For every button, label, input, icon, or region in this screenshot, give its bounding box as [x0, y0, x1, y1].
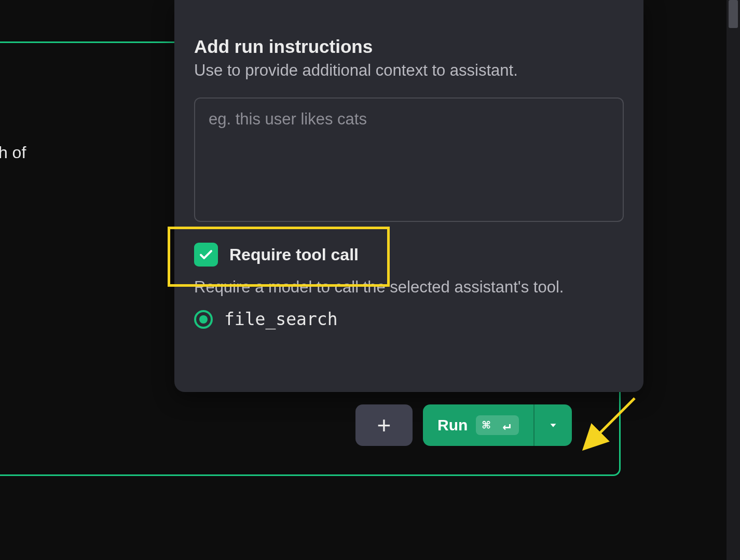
check-icon [198, 247, 214, 262]
require-tool-row[interactable]: Require tool call [194, 243, 624, 267]
run-shortcut-badge: ⌘ ↵ [476, 415, 519, 435]
tool-option-label: file_search [224, 309, 338, 329]
popover-subtitle: Use to provide additional context to ass… [194, 61, 624, 80]
tool-option-radio[interactable] [194, 310, 213, 329]
popover-title: Add run instructions [194, 36, 624, 57]
tool-option-row[interactable]: file_search [194, 309, 624, 329]
require-tool-checkbox[interactable] [194, 243, 218, 267]
run-button-group: Run ⌘ ↵ [423, 404, 572, 446]
run-instructions-popover: Add run instructions Use to provide addi… [174, 0, 643, 392]
add-button[interactable]: + [355, 404, 413, 446]
scrollbar-thumb[interactable] [729, 0, 738, 28]
action-bar: + Run ⌘ ↵ [355, 404, 572, 446]
caret-down-icon [547, 419, 559, 431]
require-tool-description: Require a model to call the selected ass… [194, 278, 624, 297]
require-tool-label: Require tool call [229, 245, 359, 264]
instructions-textarea[interactable] [194, 97, 624, 222]
radio-dot-icon [199, 315, 208, 324]
message-text-fragment: g price on 18th of [0, 143, 26, 162]
plus-icon: + [377, 411, 391, 439]
run-button[interactable]: Run ⌘ ↵ [423, 404, 533, 446]
run-dropdown-button[interactable] [533, 404, 572, 446]
scrollbar-track[interactable] [727, 0, 740, 560]
run-button-label: Run [437, 416, 468, 434]
